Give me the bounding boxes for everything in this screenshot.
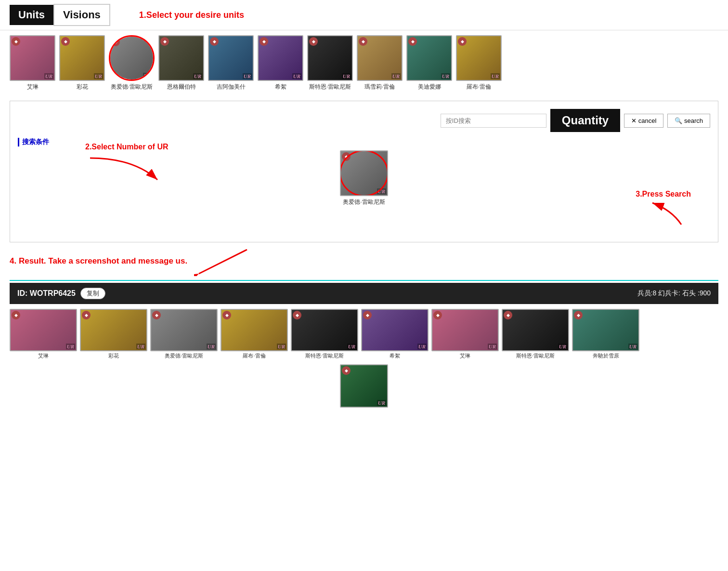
result-unit-0: ◆UR艾琳 [10, 309, 77, 359]
result-unit-8: ◆UR奔馳於雪原 [572, 309, 639, 359]
unit-card-3[interactable]: ◆UR恩格爾伯特 [158, 35, 204, 91]
result-ur-badge-6: UR [488, 344, 497, 349]
unit-image-7: ◆UR [357, 35, 403, 81]
unit-card-4[interactable]: ◆UR吉阿伽美什 [208, 35, 254, 91]
unit-ur-badge-5: UR [292, 73, 301, 79]
unit-ur-badge-7: UR [391, 73, 401, 79]
unit-ur-badge-8: UR [441, 73, 450, 79]
unit-name-9: 羅布·雷倫 [467, 83, 491, 91]
unit-card-2[interactable]: ◆UR奥爱德·雷歐尼斯 [109, 35, 155, 91]
unit-image-1: ◆UR [59, 35, 105, 81]
result-unit-name-3: 羅布·雷倫 [243, 352, 265, 359]
instruction-3-text: 3.Press Search [636, 190, 691, 229]
result-unit-1: ◆UR彩花 [80, 309, 147, 359]
result-unit-name-0: 艾琳 [38, 352, 49, 359]
result-ur-badge-1: UR [136, 344, 145, 349]
results-area: ID: WOTRP6425 复制 兵员:8 幻兵卡: 石头 :900 ◆UR艾琳… [10, 283, 718, 409]
tab-visions[interactable]: Visions [53, 4, 110, 26]
cancel-button[interactable]: ✕ cancel [624, 114, 663, 128]
result-unit-3: ◆UR羅布·雷倫 [221, 309, 288, 359]
extra-unit: ◆ UR [10, 364, 718, 409]
unit-image-5: ◆UR [258, 35, 303, 81]
result-unit-2: ◆UR奥爱德·雷歐尼斯 [150, 309, 218, 359]
unit-corner-icon-0: ◆ [12, 37, 20, 46]
unit-ur-badge-3: UR [193, 73, 202, 79]
result-stats: 兵员:8 幻兵卡: 石头 :900 [637, 289, 711, 298]
result-corner-icon-2: ◆ [152, 311, 161, 319]
unit-ur-badge-6: UR [342, 73, 351, 79]
unit-ur-badge-4: UR [243, 73, 252, 79]
result-unit-7: ◆UR斯特恩·雷歐尼斯 [502, 309, 569, 359]
result-unit-name-5: 希絮 [390, 352, 400, 359]
result-unit-image-8: ◆UR [572, 309, 639, 351]
unit-image-8: ◆UR [406, 35, 452, 81]
result-corner-icon-1: ◆ [82, 311, 91, 319]
tab-units[interactable]: Units [10, 5, 53, 25]
search-button[interactable]: 🔍 search [667, 114, 710, 128]
unit-name-6: 斯特恩·雷歐尼斯 [309, 83, 351, 91]
unit-name-7: 瑪雪莉·雷倫 [364, 83, 395, 91]
top-bar: Units Visions 1.Select your desire units [0, 0, 728, 30]
result-id: ID: WOTRP6425 [17, 289, 76, 298]
result-corner-icon-8: ◆ [574, 311, 583, 319]
result-corner-icon-5: ◆ [363, 311, 372, 319]
result-ur-badge-8: UR [628, 344, 637, 349]
unit-card-5[interactable]: ◆UR希絮 [258, 35, 303, 91]
unit-name-1: 彩花 [77, 83, 88, 91]
unit-card-1[interactable]: ◆UR彩花 [59, 35, 105, 91]
unit-image-6: ◆UR [307, 35, 353, 81]
unit-ur-badge-2: UR [143, 73, 152, 79]
unit-name-5: 希絮 [275, 83, 286, 91]
unit-name-8: 美迪愛娜 [418, 83, 441, 91]
result-corner-icon-3: ◆ [222, 311, 231, 319]
result-ur-badge-2: UR [207, 344, 216, 349]
selected-ur-badge: UR [377, 188, 386, 194]
unit-image-9: ◆UR [456, 35, 502, 81]
result-header: ID: WOTRP6425 复制 兵员:8 幻兵卡: 石头 :900 [10, 283, 718, 304]
result-unit-image-2: ◆UR [150, 309, 218, 351]
instruction-1: 1.Select your desire units [139, 10, 244, 20]
result-unit-name-6: 艾琳 [460, 352, 470, 359]
unit-corner-icon-8: ◆ [408, 37, 417, 46]
result-unit-name-4: 斯特恩·雷歐尼斯 [305, 352, 344, 359]
section-divider [10, 280, 718, 281]
unit-name-0: 艾琳 [27, 83, 39, 91]
result-ur-badge-0: UR [66, 344, 75, 349]
unit-image-4: ◆UR [208, 35, 254, 81]
unit-card-6[interactable]: ◆UR斯特恩·雷歐尼斯 [307, 35, 353, 91]
arrow-3-svg [643, 200, 691, 229]
unit-corner-icon-7: ◆ [359, 37, 367, 46]
result-ur-badge-7: UR [558, 344, 567, 349]
unit-card-9[interactable]: ◆UR羅布·雷倫 [456, 35, 502, 91]
unit-corner-icon-3: ◆ [160, 37, 169, 46]
unit-corner-icon-1: ◆ [61, 37, 70, 46]
result-ur-badge-3: UR [277, 344, 286, 349]
unit-name-3: 恩格爾伯特 [167, 83, 196, 91]
result-corner-icon-0: ◆ [12, 311, 20, 319]
search-top: Quantity ✕ cancel 🔍 search [18, 109, 710, 132]
unit-ur-badge-9: UR [491, 73, 500, 79]
result-unit-name-1: 彩花 [108, 352, 119, 359]
result-unit-6: ◆UR艾琳 [431, 309, 499, 359]
unit-corner-icon-2: ◆ [111, 38, 120, 46]
result-unit-4: ◆UR斯特恩·雷歐尼斯 [291, 309, 358, 359]
result-unit-image-5: ◆UR [361, 309, 429, 351]
arrow-4-svg [194, 247, 252, 276]
search-panel: Quantity ✕ cancel 🔍 search 2.Select Numb… [10, 101, 718, 242]
quantity-box: Quantity [550, 109, 620, 132]
result-corner-icon-6: ◆ [433, 311, 442, 319]
unit-card-0[interactable]: ◆UR艾琳 [10, 35, 55, 91]
copy-button[interactable]: 复制 [80, 288, 105, 299]
instruction-2-text: 2.Select Number of UR [85, 143, 168, 182]
extra-unit-image: ◆ UR [340, 364, 388, 408]
result-ur-badge-5: UR [417, 344, 427, 349]
result-corner-icon-4: ◆ [293, 311, 301, 319]
result-unit-image-4: ◆UR [291, 309, 358, 351]
result-unit-image-0: ◆UR [10, 309, 77, 351]
unit-name-2: 奥爱德·雷歐尼斯 [111, 83, 153, 91]
unit-card-7[interactable]: ◆UR瑪雪莉·雷倫 [357, 35, 403, 91]
search-input[interactable] [441, 114, 546, 128]
unit-card-8[interactable]: ◆UR美迪愛娜 [406, 35, 452, 91]
result-unit-image-3: ◆UR [221, 309, 288, 351]
unit-corner-icon-9: ◆ [458, 37, 467, 46]
